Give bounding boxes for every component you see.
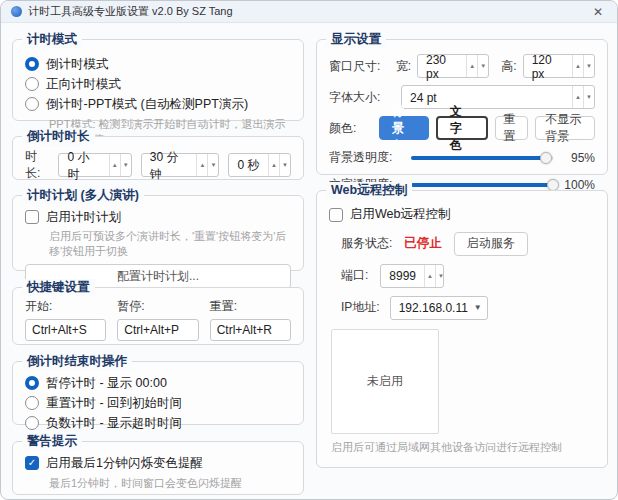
reset-hotkey-input[interactable]: [210, 319, 291, 341]
reset-hotkey-label: 重置:: [210, 298, 291, 315]
color-label: 颜色:: [329, 120, 372, 137]
content-area: 计时模式 倒计时模式 正向计时模式 倒计时-PPT模式 (自动检测PPT演示) …: [1, 23, 617, 500]
text-color-button[interactable]: 文字色: [436, 116, 488, 140]
spin-up-icon[interactable]: ▲: [572, 86, 583, 108]
ip-address-select[interactable]: 192.168.0.11 ▼: [390, 296, 488, 320]
radio-icon[interactable]: [25, 97, 39, 111]
radio-negative-at-end[interactable]: 负数计时 - 显示超时时间: [25, 413, 291, 433]
radio-icon[interactable]: [25, 396, 39, 410]
port-value: 8999: [381, 265, 424, 287]
checkbox-icon[interactable]: [25, 210, 39, 224]
group-title: 倒计时结束时操作: [22, 353, 132, 370]
warning-hint: 最后1分钟时，时间窗口会变色闪烁提醒: [49, 476, 291, 491]
group-display-settings: 显示设置 窗口尺寸: 宽: 230 px ▲▼ 高: 120 px ▲▼: [316, 39, 608, 175]
qr-placeholder-text: 未启用: [367, 373, 403, 390]
group-countdown-duration: 倒计时时长 时长: 0 小时 ▲▼ 30 分钟 ▲▼ 0 秒: [12, 136, 304, 180]
width-value: 230 px: [418, 55, 466, 77]
no-background-button[interactable]: 不显示背景: [535, 116, 595, 140]
spin-up-icon[interactable]: ▲: [466, 55, 477, 77]
group-title: Web远程控制: [326, 182, 412, 199]
start-service-button[interactable]: 启动服务: [454, 232, 528, 256]
bg-opacity-slider[interactable]: [411, 156, 553, 160]
spin-up-icon[interactable]: ▲: [572, 55, 583, 77]
hours-stepper[interactable]: 0 小时 ▲▼: [58, 153, 131, 177]
spin-down-icon[interactable]: ▼: [583, 55, 594, 77]
radio-countdown-mode[interactable]: 倒计时模式: [25, 54, 291, 74]
chevron-down-icon: ▼: [474, 303, 482, 312]
radio-label: 正向计时模式: [46, 76, 121, 93]
service-status-value: 已停止: [404, 235, 442, 252]
bg-opacity-value: 95%: [557, 151, 595, 165]
left-column: 计时模式 倒计时模式 正向计时模式 倒计时-PPT模式 (自动检测PPT演示) …: [12, 31, 304, 495]
group-title: 倒计时时长: [22, 128, 95, 145]
radio-label: 暂停计时 - 显示 00:00: [46, 375, 167, 392]
checkbox-icon[interactable]: [329, 208, 343, 222]
spin-up-icon[interactable]: ▲: [109, 154, 120, 176]
app-icon: [11, 6, 22, 17]
settings-window: 计时工具高级专业版设置 v2.0 By SZ Tang ✕ 计时模式 倒计时模式…: [0, 0, 618, 500]
radio-label: 倒计时模式: [46, 56, 109, 73]
checkbox-label: 启用Web远程控制: [350, 206, 450, 223]
service-status-label: 服务状态:: [341, 235, 392, 252]
height-value: 120 px: [524, 55, 572, 77]
reset-color-button[interactable]: 重置: [495, 116, 529, 140]
radio-icon[interactable]: [25, 77, 39, 91]
group-title: 显示设置: [326, 31, 386, 48]
radio-pause-at-end[interactable]: 暂停计时 - 显示 00:00: [25, 373, 291, 393]
font-size-stepper[interactable]: 24 pt ▲▼: [401, 85, 595, 109]
slider-thumb[interactable]: [540, 152, 552, 164]
enable-flash-checkbox[interactable]: 启用最后1分钟闪烁变色提醒: [25, 453, 291, 473]
ip-address-label: IP地址:: [341, 299, 380, 316]
radio-icon[interactable]: [25, 57, 39, 71]
radio-icon[interactable]: [25, 376, 39, 390]
spin-up-icon[interactable]: ▲: [424, 265, 435, 287]
seconds-value: 0 秒: [229, 154, 268, 176]
width-stepper[interactable]: 230 px ▲▼: [417, 54, 489, 78]
width-label: 宽:: [396, 58, 411, 75]
close-icon[interactable]: ✕: [589, 5, 607, 19]
enable-web-remote-checkbox[interactable]: 启用Web远程控制: [329, 205, 595, 225]
radio-icon[interactable]: [25, 416, 39, 430]
window-title: 计时工具高级专业版设置 v2.0 By SZ Tang: [28, 4, 589, 19]
spin-down-icon[interactable]: ▼: [583, 86, 594, 108]
seconds-stepper[interactable]: 0 秒 ▲▼: [228, 153, 291, 177]
group-title: 计时模式: [22, 31, 82, 48]
group-title: 计时计划 (多人演讲): [22, 187, 144, 204]
window-size-label: 窗口尺寸:: [329, 58, 396, 75]
spin-down-icon[interactable]: ▼: [279, 154, 290, 176]
spin-up-icon[interactable]: ▲: [196, 154, 207, 176]
font-size-value: 24 pt: [402, 86, 572, 108]
plan-hint: 启用后可预设多个演讲时长，'重置'按钮将变为'后移'按钮用于切换: [49, 229, 291, 259]
start-hotkey-input[interactable]: [25, 319, 106, 341]
enable-plan-checkbox[interactable]: 启用计时计划: [25, 207, 291, 227]
bg-color-button[interactable]: 背景色: [379, 116, 429, 140]
spin-down-icon[interactable]: ▼: [435, 265, 446, 287]
duration-label: 时长:: [25, 148, 49, 182]
radio-ppt-mode[interactable]: 倒计时-PPT模式 (自动检测PPT演示): [25, 94, 291, 114]
spin-down-icon[interactable]: ▼: [477, 55, 488, 77]
checkbox-label: 启用最后1分钟闪烁变色提醒: [46, 455, 203, 472]
minutes-stepper[interactable]: 30 分钟 ▲▼: [141, 153, 220, 177]
pause-hotkey-label: 暂停:: [117, 298, 198, 315]
text-opacity-slider[interactable]: [411, 183, 553, 187]
ip-address-value: 192.168.0.11: [399, 301, 468, 315]
checkbox-label: 启用计时计划: [46, 209, 121, 226]
minutes-value: 30 分钟: [142, 154, 197, 176]
slider-thumb[interactable]: [547, 179, 559, 191]
spin-down-icon[interactable]: ▼: [207, 154, 218, 176]
radio-label: 倒计时-PPT模式 (自动检测PPT演示): [46, 96, 248, 113]
spin-down-icon[interactable]: ▼: [120, 154, 131, 176]
height-label: 高:: [501, 58, 516, 75]
radio-reset-at-end[interactable]: 重置计时 - 回到初始时间: [25, 393, 291, 413]
port-stepper[interactable]: 8999 ▲▼: [380, 264, 444, 288]
radio-countup-mode[interactable]: 正向计时模式: [25, 74, 291, 94]
font-size-label: 字体大小:: [329, 89, 401, 106]
pause-hotkey-input[interactable]: [117, 319, 198, 341]
group-timing-plan: 计时计划 (多人演讲) 启用计时计划 启用后可预设多个演讲时长，'重置'按钮将变…: [12, 195, 304, 271]
checkbox-icon[interactable]: [25, 456, 39, 470]
start-hotkey-label: 开始:: [25, 298, 106, 315]
group-warning: 警告提示 启用最后1分钟闪烁变色提醒 最后1分钟时，时间窗口会变色闪烁提醒: [12, 441, 304, 495]
height-stepper[interactable]: 120 px ▲▼: [523, 54, 595, 78]
bg-opacity-label: 背景透明度:: [329, 149, 407, 166]
spin-up-icon[interactable]: ▲: [268, 154, 279, 176]
